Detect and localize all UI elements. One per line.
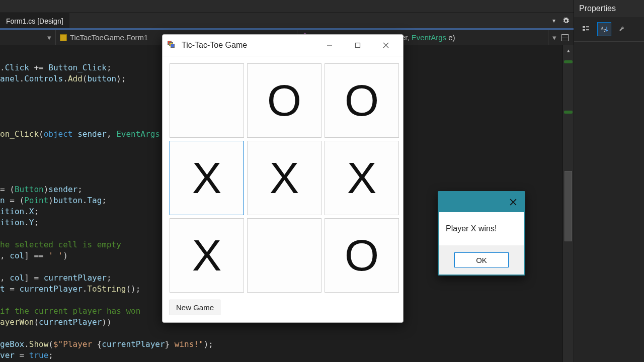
cell-1-0[interactable]: X bbox=[170, 141, 244, 215]
scrollbar-thumb[interactable] bbox=[565, 171, 572, 241]
cell-0-0[interactable] bbox=[170, 63, 244, 138]
cell-2-2[interactable]: O bbox=[325, 218, 399, 293]
editor-scrollbar[interactable]: ▴ bbox=[562, 45, 574, 362]
document-tab-active[interactable]: Form1.cs [Design] bbox=[0, 13, 69, 28]
close-button[interactable] bbox=[372, 37, 400, 53]
gear-icon[interactable] bbox=[562, 17, 570, 24]
nav-class-label: TicTacToeGame.Form1 bbox=[70, 33, 148, 42]
winforms-icon bbox=[168, 41, 177, 50]
properties-toolbar: AZ bbox=[574, 17, 644, 41]
document-tab-bar: Form1.cs [Design] ▾ bbox=[0, 13, 574, 28]
svg-rect-5 bbox=[586, 31, 589, 31]
svg-text:Z: Z bbox=[604, 29, 606, 33]
svg-rect-3 bbox=[586, 28, 589, 28]
window-title: Tic-Tac-Toe Game bbox=[182, 41, 247, 50]
cell-0-1[interactable]: O bbox=[247, 63, 321, 138]
minimize-button[interactable] bbox=[315, 37, 344, 53]
chevron-down-icon: ▾ bbox=[47, 33, 51, 42]
properties-title: Properties bbox=[574, 0, 644, 17]
game-board: O O X X X X O bbox=[163, 56, 403, 296]
scroll-up-icon[interactable]: ▴ bbox=[563, 45, 574, 55]
class-icon bbox=[60, 34, 67, 41]
close-icon[interactable] bbox=[507, 196, 519, 208]
cell-1-2[interactable]: X bbox=[325, 141, 399, 215]
cell-0-2[interactable]: O bbox=[325, 63, 399, 138]
svg-rect-4 bbox=[586, 29, 589, 30]
cell-1-1[interactable]: X bbox=[247, 141, 321, 215]
alphabetical-icon[interactable]: AZ bbox=[597, 22, 611, 36]
nav-scope-dropdown[interactable]: ▾ bbox=[0, 33, 55, 42]
ide-top-strip bbox=[0, 0, 644, 13]
cell-2-0[interactable]: X bbox=[170, 218, 244, 293]
document-tab-label: Form1.cs [Design] bbox=[6, 17, 63, 25]
new-game-button[interactable]: New Game bbox=[170, 300, 220, 315]
properties-body bbox=[574, 41, 644, 362]
messagebox: Player X wins! OK bbox=[438, 191, 525, 276]
svg-rect-1 bbox=[583, 29, 585, 31]
categorized-icon[interactable] bbox=[579, 22, 593, 36]
svg-rect-0 bbox=[583, 26, 585, 28]
ok-button[interactable]: OK bbox=[454, 252, 509, 267]
svg-rect-9 bbox=[356, 43, 360, 48]
cell-2-1[interactable] bbox=[247, 218, 321, 293]
messagebox-message: Player X wins! bbox=[439, 212, 524, 245]
messagebox-titlebar[interactable] bbox=[439, 192, 524, 212]
svg-rect-2 bbox=[586, 26, 589, 27]
chevron-down-icon[interactable]: ▾ bbox=[552, 33, 556, 42]
maximize-button[interactable] bbox=[344, 37, 372, 53]
split-window-icon[interactable] bbox=[560, 33, 570, 42]
window-titlebar[interactable]: Tic-Tac-Toe Game bbox=[163, 35, 403, 56]
tab-dropdown-icon[interactable]: ▾ bbox=[550, 17, 557, 24]
properties-panel: Properties AZ bbox=[574, 0, 644, 362]
tictactoe-window: Tic-Tac-Toe Game O O X X X X O New Game bbox=[162, 34, 404, 323]
wrench-icon[interactable] bbox=[615, 22, 629, 36]
